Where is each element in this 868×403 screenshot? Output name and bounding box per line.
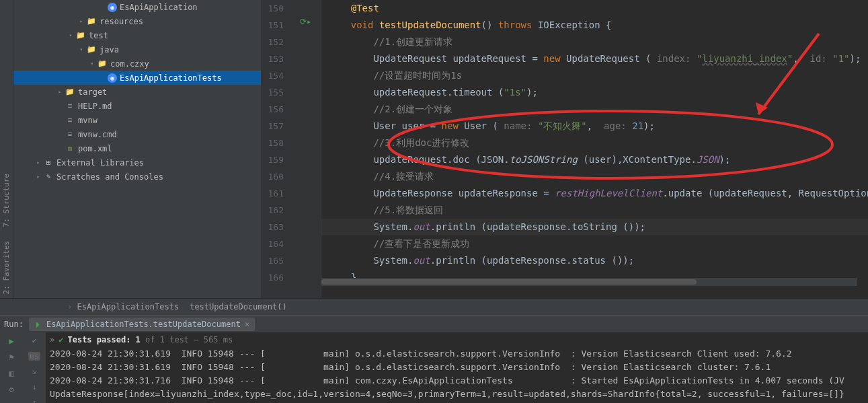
gutter-icons: ⟳▸ — [288, 0, 321, 298]
left-tool-tabs: 2: Favorites 7: Structure — [0, 0, 13, 298]
run-config-tab[interactable]: ⏵ EsApiApplicationTests.testUpdateDocume… — [29, 318, 255, 331]
run-label: Run: — [4, 320, 24, 329]
expand-icon[interactable]: ⇲ — [32, 367, 37, 376]
arrow-icon[interactable]: » — [50, 335, 54, 344]
pass-icon[interactable]: ✔ — [32, 336, 37, 345]
tree-item[interactable]: ◉EsApiApplication — [13, 0, 261, 14]
crumb-method[interactable]: testUpdateDocument() — [190, 302, 287, 312]
play-icon: ⏵ — [34, 320, 42, 329]
run-line-icon[interactable]: ⟳▸ — [300, 17, 311, 26]
settings-icon[interactable]: ⚙ — [9, 385, 13, 394]
tree-item[interactable]: ▸📁target — [13, 85, 261, 99]
toggle-icon[interactable]: ◧ — [9, 369, 13, 378]
tree-item[interactable]: ≡mvnw — [13, 113, 261, 127]
check-icon: ✔ — [58, 335, 63, 344]
up-icon[interactable]: ↑ — [32, 398, 37, 403]
tree-item[interactable]: ▸✎Scratches and Consoles — [13, 170, 261, 184]
tree-item[interactable]: ▾📁test — [13, 28, 261, 42]
project-tree[interactable]: ◉EsApiApplication▸📁resources▾📁test▾📁java… — [13, 0, 261, 298]
console-output[interactable]: 2020-08-24 21:30:31.619 INFO 15948 --- [… — [46, 347, 868, 403]
test-result-header: » ✔ Tests passed: 1 of 1 test – 565 ms — [46, 332, 868, 347]
line-numbers: 1501511521531541551561571581591601611621… — [261, 0, 288, 298]
tests-passed: Tests passed: 1 — [67, 335, 140, 344]
tree-item[interactable]: ▸📁resources — [13, 14, 261, 28]
tab-favorites[interactable]: 2: Favorites — [2, 241, 11, 294]
tab-structure[interactable]: 7: Structure — [2, 174, 11, 227]
tree-item[interactable]: ≡mvnw.cmd — [13, 127, 261, 141]
tree-item[interactable]: ▾📁java — [13, 42, 261, 57]
rerun-icon[interactable]: ▶ — [9, 336, 13, 346]
close-icon[interactable]: × — [245, 320, 249, 329]
tree-item[interactable]: ≡HELP.md — [13, 99, 261, 113]
code-editor[interactable]: @Test void testUpdateDocument() throws I… — [321, 0, 868, 298]
tree-item[interactable]: ▸⊞External Libraries — [13, 155, 261, 170]
tree-item[interactable]: mpom.xml — [13, 141, 261, 155]
run-toolbar: ▶ ⚑ ◧ ⚙ ✔ ms ⇲ ↓ ↑ — [0, 332, 46, 403]
tree-item[interactable]: ▾📁com.czxy — [13, 57, 261, 71]
collapse-icon[interactable]: ↓ — [32, 383, 37, 392]
run-tab-bar: Run: ⏵ EsApiApplicationTests.testUpdateD… — [0, 315, 868, 332]
crumb-class[interactable]: EsApiApplicationTests — [67, 302, 179, 312]
ms-badge: ms — [28, 352, 40, 361]
breadcrumb: EsApiApplicationTests testUpdateDocument… — [0, 298, 868, 315]
stop-icon[interactable]: ⚑ — [9, 353, 13, 362]
run-tab-title: EsApiApplicationTests.testUpdateDocument — [46, 320, 241, 329]
tree-item[interactable]: ◉EsApiApplicationTests — [13, 71, 261, 85]
